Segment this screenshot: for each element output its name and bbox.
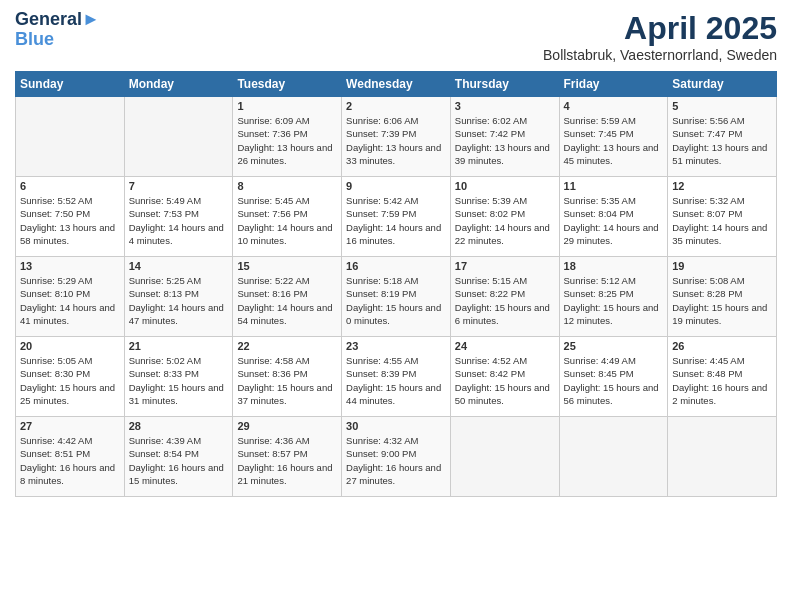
day-number: 2 bbox=[346, 100, 446, 112]
calendar-cell: 30Sunrise: 4:32 AMSunset: 9:00 PMDayligh… bbox=[342, 417, 451, 497]
day-info: Sunrise: 5:32 AMSunset: 8:07 PMDaylight:… bbox=[672, 194, 772, 247]
day-info: Sunrise: 5:08 AMSunset: 8:28 PMDaylight:… bbox=[672, 274, 772, 327]
day-info: Sunrise: 5:05 AMSunset: 8:30 PMDaylight:… bbox=[20, 354, 120, 407]
logo-text: General► Blue bbox=[15, 10, 100, 50]
calendar-cell: 10Sunrise: 5:39 AMSunset: 8:02 PMDayligh… bbox=[450, 177, 559, 257]
calendar-cell: 27Sunrise: 4:42 AMSunset: 8:51 PMDayligh… bbox=[16, 417, 125, 497]
logo-blue-word: Blue bbox=[15, 29, 54, 49]
page: General► Blue April 2025 Bollstabruk, Va… bbox=[0, 0, 792, 512]
calendar-cell: 9Sunrise: 5:42 AMSunset: 7:59 PMDaylight… bbox=[342, 177, 451, 257]
weekday-row: SundayMondayTuesdayWednesdayThursdayFrid… bbox=[16, 72, 777, 97]
calendar-cell: 26Sunrise: 4:45 AMSunset: 8:48 PMDayligh… bbox=[668, 337, 777, 417]
calendar-cell: 23Sunrise: 4:55 AMSunset: 8:39 PMDayligh… bbox=[342, 337, 451, 417]
day-number: 23 bbox=[346, 340, 446, 352]
day-number: 19 bbox=[672, 260, 772, 272]
calendar-cell: 11Sunrise: 5:35 AMSunset: 8:04 PMDayligh… bbox=[559, 177, 668, 257]
weekday-header-wednesday: Wednesday bbox=[342, 72, 451, 97]
weekday-header-saturday: Saturday bbox=[668, 72, 777, 97]
calendar-cell: 25Sunrise: 4:49 AMSunset: 8:45 PMDayligh… bbox=[559, 337, 668, 417]
day-number: 9 bbox=[346, 180, 446, 192]
week-row-4: 20Sunrise: 5:05 AMSunset: 8:30 PMDayligh… bbox=[16, 337, 777, 417]
calendar-cell: 12Sunrise: 5:32 AMSunset: 8:07 PMDayligh… bbox=[668, 177, 777, 257]
calendar-cell: 29Sunrise: 4:36 AMSunset: 8:57 PMDayligh… bbox=[233, 417, 342, 497]
calendar-cell: 6Sunrise: 5:52 AMSunset: 7:50 PMDaylight… bbox=[16, 177, 125, 257]
day-number: 3 bbox=[455, 100, 555, 112]
day-number: 21 bbox=[129, 340, 229, 352]
day-number: 29 bbox=[237, 420, 337, 432]
day-number: 4 bbox=[564, 100, 664, 112]
day-info: Sunrise: 4:36 AMSunset: 8:57 PMDaylight:… bbox=[237, 434, 337, 487]
logo-blue-text: ► bbox=[82, 9, 100, 29]
calendar-cell: 4Sunrise: 5:59 AMSunset: 7:45 PMDaylight… bbox=[559, 97, 668, 177]
calendar-cell: 20Sunrise: 5:05 AMSunset: 8:30 PMDayligh… bbox=[16, 337, 125, 417]
day-info: Sunrise: 5:56 AMSunset: 7:47 PMDaylight:… bbox=[672, 114, 772, 167]
calendar-cell: 2Sunrise: 6:06 AMSunset: 7:39 PMDaylight… bbox=[342, 97, 451, 177]
day-info: Sunrise: 4:39 AMSunset: 8:54 PMDaylight:… bbox=[129, 434, 229, 487]
location: Bollstabruk, Vaesternorrland, Sweden bbox=[543, 47, 777, 63]
weekday-header-tuesday: Tuesday bbox=[233, 72, 342, 97]
day-number: 20 bbox=[20, 340, 120, 352]
weekday-header-friday: Friday bbox=[559, 72, 668, 97]
calendar-cell: 17Sunrise: 5:15 AMSunset: 8:22 PMDayligh… bbox=[450, 257, 559, 337]
day-info: Sunrise: 6:02 AMSunset: 7:42 PMDaylight:… bbox=[455, 114, 555, 167]
logo: General► Blue bbox=[15, 10, 100, 50]
day-number: 16 bbox=[346, 260, 446, 272]
day-info: Sunrise: 5:29 AMSunset: 8:10 PMDaylight:… bbox=[20, 274, 120, 327]
calendar-cell: 24Sunrise: 4:52 AMSunset: 8:42 PMDayligh… bbox=[450, 337, 559, 417]
day-number: 1 bbox=[237, 100, 337, 112]
day-number: 15 bbox=[237, 260, 337, 272]
calendar-cell: 21Sunrise: 5:02 AMSunset: 8:33 PMDayligh… bbox=[124, 337, 233, 417]
weekday-header-thursday: Thursday bbox=[450, 72, 559, 97]
weekday-header-monday: Monday bbox=[124, 72, 233, 97]
day-number: 24 bbox=[455, 340, 555, 352]
day-number: 11 bbox=[564, 180, 664, 192]
calendar-cell: 15Sunrise: 5:22 AMSunset: 8:16 PMDayligh… bbox=[233, 257, 342, 337]
day-number: 18 bbox=[564, 260, 664, 272]
week-row-2: 6Sunrise: 5:52 AMSunset: 7:50 PMDaylight… bbox=[16, 177, 777, 257]
title-block: April 2025 Bollstabruk, Vaesternorrland,… bbox=[543, 10, 777, 63]
day-info: Sunrise: 4:42 AMSunset: 8:51 PMDaylight:… bbox=[20, 434, 120, 487]
day-info: Sunrise: 5:15 AMSunset: 8:22 PMDaylight:… bbox=[455, 274, 555, 327]
header: General► Blue April 2025 Bollstabruk, Va… bbox=[15, 10, 777, 63]
day-info: Sunrise: 4:55 AMSunset: 8:39 PMDaylight:… bbox=[346, 354, 446, 407]
day-info: Sunrise: 5:12 AMSunset: 8:25 PMDaylight:… bbox=[564, 274, 664, 327]
day-number: 26 bbox=[672, 340, 772, 352]
day-info: Sunrise: 6:09 AMSunset: 7:36 PMDaylight:… bbox=[237, 114, 337, 167]
day-number: 10 bbox=[455, 180, 555, 192]
calendar-cell: 7Sunrise: 5:49 AMSunset: 7:53 PMDaylight… bbox=[124, 177, 233, 257]
day-number: 6 bbox=[20, 180, 120, 192]
day-info: Sunrise: 4:32 AMSunset: 9:00 PMDaylight:… bbox=[346, 434, 446, 487]
calendar-body: 1Sunrise: 6:09 AMSunset: 7:36 PMDaylight… bbox=[16, 97, 777, 497]
calendar-cell bbox=[668, 417, 777, 497]
day-info: Sunrise: 5:52 AMSunset: 7:50 PMDaylight:… bbox=[20, 194, 120, 247]
day-number: 5 bbox=[672, 100, 772, 112]
day-info: Sunrise: 4:49 AMSunset: 8:45 PMDaylight:… bbox=[564, 354, 664, 407]
day-info: Sunrise: 4:58 AMSunset: 8:36 PMDaylight:… bbox=[237, 354, 337, 407]
day-info: Sunrise: 5:25 AMSunset: 8:13 PMDaylight:… bbox=[129, 274, 229, 327]
calendar-cell: 22Sunrise: 4:58 AMSunset: 8:36 PMDayligh… bbox=[233, 337, 342, 417]
day-info: Sunrise: 6:06 AMSunset: 7:39 PMDaylight:… bbox=[346, 114, 446, 167]
calendar-cell: 3Sunrise: 6:02 AMSunset: 7:42 PMDaylight… bbox=[450, 97, 559, 177]
day-number: 22 bbox=[237, 340, 337, 352]
calendar-table: SundayMondayTuesdayWednesdayThursdayFrid… bbox=[15, 71, 777, 497]
week-row-5: 27Sunrise: 4:42 AMSunset: 8:51 PMDayligh… bbox=[16, 417, 777, 497]
calendar-header: SundayMondayTuesdayWednesdayThursdayFrid… bbox=[16, 72, 777, 97]
calendar-cell: 5Sunrise: 5:56 AMSunset: 7:47 PMDaylight… bbox=[668, 97, 777, 177]
weekday-header-sunday: Sunday bbox=[16, 72, 125, 97]
day-number: 13 bbox=[20, 260, 120, 272]
day-number: 7 bbox=[129, 180, 229, 192]
day-info: Sunrise: 5:59 AMSunset: 7:45 PMDaylight:… bbox=[564, 114, 664, 167]
day-info: Sunrise: 5:18 AMSunset: 8:19 PMDaylight:… bbox=[346, 274, 446, 327]
day-info: Sunrise: 5:49 AMSunset: 7:53 PMDaylight:… bbox=[129, 194, 229, 247]
day-info: Sunrise: 5:45 AMSunset: 7:56 PMDaylight:… bbox=[237, 194, 337, 247]
calendar-cell: 16Sunrise: 5:18 AMSunset: 8:19 PMDayligh… bbox=[342, 257, 451, 337]
day-number: 8 bbox=[237, 180, 337, 192]
calendar-cell: 1Sunrise: 6:09 AMSunset: 7:36 PMDaylight… bbox=[233, 97, 342, 177]
week-row-1: 1Sunrise: 6:09 AMSunset: 7:36 PMDaylight… bbox=[16, 97, 777, 177]
day-info: Sunrise: 5:22 AMSunset: 8:16 PMDaylight:… bbox=[237, 274, 337, 327]
month-title: April 2025 bbox=[543, 10, 777, 47]
day-number: 28 bbox=[129, 420, 229, 432]
day-number: 30 bbox=[346, 420, 446, 432]
calendar-cell: 28Sunrise: 4:39 AMSunset: 8:54 PMDayligh… bbox=[124, 417, 233, 497]
day-number: 27 bbox=[20, 420, 120, 432]
